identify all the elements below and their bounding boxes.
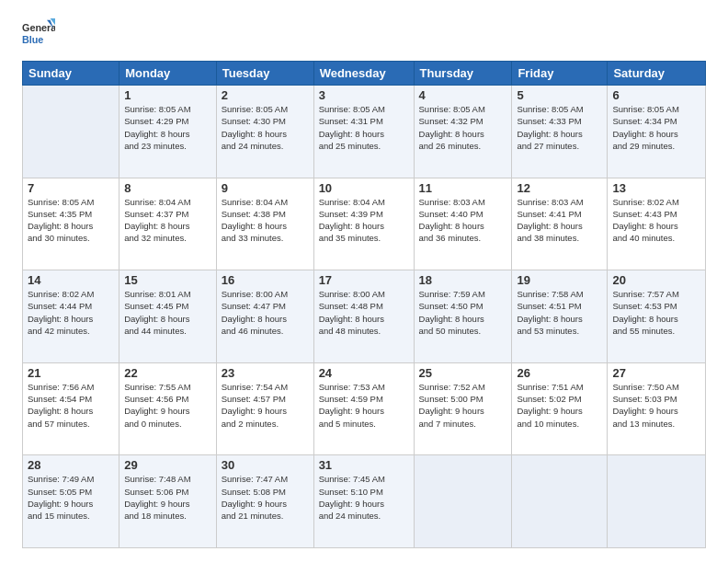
- day-number: 16: [222, 273, 309, 287]
- week-row-4: 21Sunrise: 7:56 AM Sunset: 4:54 PM Dayli…: [23, 362, 706, 455]
- day-number: 28: [28, 458, 114, 472]
- calendar-cell: 7Sunrise: 8:05 AM Sunset: 4:35 PM Daylig…: [23, 178, 119, 270]
- day-number: 6: [612, 88, 700, 102]
- calendar-cell: 16Sunrise: 8:00 AM Sunset: 4:47 PM Dayli…: [216, 270, 313, 363]
- weekday-header-saturday: Saturday: [608, 62, 706, 86]
- header: General Blue: [22, 18, 706, 52]
- day-info: Sunrise: 8:00 AM Sunset: 4:47 PM Dayligh…: [222, 288, 309, 337]
- day-number: 3: [319, 88, 409, 102]
- day-number: 24: [319, 366, 409, 380]
- week-row-3: 14Sunrise: 8:02 AM Sunset: 4:44 PM Dayli…: [23, 270, 706, 363]
- calendar-cell: 20Sunrise: 7:57 AM Sunset: 4:53 PM Dayli…: [608, 270, 706, 363]
- day-info: Sunrise: 7:50 AM Sunset: 5:03 PM Dayligh…: [612, 381, 700, 430]
- calendar-cell: 21Sunrise: 7:56 AM Sunset: 4:54 PM Dayli…: [23, 362, 119, 455]
- day-info: Sunrise: 8:04 AM Sunset: 4:39 PM Dayligh…: [319, 196, 409, 245]
- day-info: Sunrise: 7:45 AM Sunset: 5:10 PM Dayligh…: [319, 473, 409, 522]
- day-info: Sunrise: 8:03 AM Sunset: 4:40 PM Dayligh…: [419, 196, 507, 245]
- calendar-cell: 12Sunrise: 8:03 AM Sunset: 4:41 PM Dayli…: [512, 178, 608, 270]
- day-info: Sunrise: 8:05 AM Sunset: 4:31 PM Dayligh…: [319, 103, 409, 152]
- calendar-cell: 26Sunrise: 7:51 AM Sunset: 5:02 PM Dayli…: [512, 362, 608, 455]
- day-number: 1: [124, 88, 211, 102]
- weekday-header-wednesday: Wednesday: [313, 62, 414, 86]
- logo-icon: General Blue: [22, 18, 55, 52]
- calendar-cell: 1Sunrise: 8:05 AM Sunset: 4:29 PM Daylig…: [119, 86, 217, 178]
- calendar-cell: 15Sunrise: 8:01 AM Sunset: 4:45 PM Dayli…: [119, 270, 217, 363]
- day-number: 8: [124, 181, 211, 195]
- weekday-header-tuesday: Tuesday: [216, 62, 313, 86]
- day-info: Sunrise: 7:56 AM Sunset: 4:54 PM Dayligh…: [28, 381, 114, 430]
- calendar-cell: 10Sunrise: 8:04 AM Sunset: 4:39 PM Dayli…: [313, 178, 414, 270]
- calendar-cell: 3Sunrise: 8:05 AM Sunset: 4:31 PM Daylig…: [313, 86, 414, 178]
- calendar-cell: 18Sunrise: 7:59 AM Sunset: 4:50 PM Dayli…: [414, 270, 512, 363]
- calendar-cell: 31Sunrise: 7:45 AM Sunset: 5:10 PM Dayli…: [313, 455, 414, 548]
- week-row-1: 1Sunrise: 8:05 AM Sunset: 4:29 PM Daylig…: [23, 86, 706, 178]
- calendar-cell: 2Sunrise: 8:05 AM Sunset: 4:30 PM Daylig…: [216, 86, 313, 178]
- day-info: Sunrise: 7:53 AM Sunset: 4:59 PM Dayligh…: [319, 381, 409, 430]
- calendar-cell: 4Sunrise: 8:05 AM Sunset: 4:32 PM Daylig…: [414, 86, 512, 178]
- day-number: 21: [28, 366, 114, 380]
- weekday-header-friday: Friday: [512, 62, 608, 86]
- week-row-2: 7Sunrise: 8:05 AM Sunset: 4:35 PM Daylig…: [23, 178, 706, 270]
- day-number: 30: [222, 458, 309, 472]
- day-number: 13: [612, 181, 700, 195]
- calendar-cell: 11Sunrise: 8:03 AM Sunset: 4:40 PM Dayli…: [414, 178, 512, 270]
- day-number: 26: [517, 366, 602, 380]
- weekday-header-sunday: Sunday: [23, 62, 119, 86]
- calendar-cell: [608, 455, 706, 548]
- calendar-cell: 13Sunrise: 8:02 AM Sunset: 4:43 PM Dayli…: [608, 178, 706, 270]
- day-info: Sunrise: 8:05 AM Sunset: 4:34 PM Dayligh…: [612, 103, 700, 152]
- calendar-cell: 19Sunrise: 7:58 AM Sunset: 4:51 PM Dayli…: [512, 270, 608, 363]
- day-info: Sunrise: 8:05 AM Sunset: 4:29 PM Dayligh…: [124, 103, 211, 152]
- day-info: Sunrise: 8:03 AM Sunset: 4:41 PM Dayligh…: [517, 196, 602, 245]
- calendar-cell: 6Sunrise: 8:05 AM Sunset: 4:34 PM Daylig…: [608, 86, 706, 178]
- day-number: 27: [612, 366, 700, 380]
- day-info: Sunrise: 8:00 AM Sunset: 4:48 PM Dayligh…: [319, 288, 409, 337]
- calendar-cell: [414, 455, 512, 548]
- day-number: 25: [419, 366, 507, 380]
- day-number: 11: [419, 181, 507, 195]
- calendar-cell: 5Sunrise: 8:05 AM Sunset: 4:33 PM Daylig…: [512, 86, 608, 178]
- calendar-cell: 27Sunrise: 7:50 AM Sunset: 5:03 PM Dayli…: [608, 362, 706, 455]
- day-info: Sunrise: 7:57 AM Sunset: 4:53 PM Dayligh…: [612, 288, 700, 337]
- calendar-cell: 30Sunrise: 7:47 AM Sunset: 5:08 PM Dayli…: [216, 455, 313, 548]
- day-number: 9: [222, 181, 309, 195]
- calendar-cell: 17Sunrise: 8:00 AM Sunset: 4:48 PM Dayli…: [313, 270, 414, 363]
- weekday-header-thursday: Thursday: [414, 62, 512, 86]
- calendar-cell: 28Sunrise: 7:49 AM Sunset: 5:05 PM Dayli…: [23, 455, 119, 548]
- day-number: 10: [319, 181, 409, 195]
- day-info: Sunrise: 7:49 AM Sunset: 5:05 PM Dayligh…: [28, 473, 114, 522]
- calendar-cell: 24Sunrise: 7:53 AM Sunset: 4:59 PM Dayli…: [313, 362, 414, 455]
- day-info: Sunrise: 7:55 AM Sunset: 4:56 PM Dayligh…: [124, 381, 211, 430]
- day-info: Sunrise: 8:04 AM Sunset: 4:37 PM Dayligh…: [124, 196, 211, 245]
- day-info: Sunrise: 8:02 AM Sunset: 4:44 PM Dayligh…: [28, 288, 114, 337]
- day-number: 29: [124, 458, 211, 472]
- weekday-header-monday: Monday: [119, 62, 217, 86]
- day-number: 31: [319, 458, 409, 472]
- day-info: Sunrise: 8:05 AM Sunset: 4:32 PM Dayligh…: [419, 103, 507, 152]
- calendar-cell: [23, 86, 119, 178]
- day-info: Sunrise: 7:59 AM Sunset: 4:50 PM Dayligh…: [419, 288, 507, 337]
- calendar-cell: 22Sunrise: 7:55 AM Sunset: 4:56 PM Dayli…: [119, 362, 217, 455]
- day-number: 17: [319, 273, 409, 287]
- day-info: Sunrise: 8:04 AM Sunset: 4:38 PM Dayligh…: [222, 196, 309, 245]
- day-number: 18: [419, 273, 507, 287]
- day-info: Sunrise: 7:52 AM Sunset: 5:00 PM Dayligh…: [419, 381, 507, 430]
- calendar-cell: 8Sunrise: 8:04 AM Sunset: 4:37 PM Daylig…: [119, 178, 217, 270]
- day-info: Sunrise: 8:02 AM Sunset: 4:43 PM Dayligh…: [612, 196, 700, 245]
- day-info: Sunrise: 7:54 AM Sunset: 4:57 PM Dayligh…: [222, 381, 309, 430]
- calendar-table: SundayMondayTuesdayWednesdayThursdayFrid…: [22, 61, 706, 548]
- day-number: 23: [222, 366, 309, 380]
- calendar-cell: 14Sunrise: 8:02 AM Sunset: 4:44 PM Dayli…: [23, 270, 119, 363]
- calendar-cell: 29Sunrise: 7:48 AM Sunset: 5:06 PM Dayli…: [119, 455, 217, 548]
- calendar-cell: 25Sunrise: 7:52 AM Sunset: 5:00 PM Dayli…: [414, 362, 512, 455]
- calendar-cell: [512, 455, 608, 548]
- day-info: Sunrise: 7:47 AM Sunset: 5:08 PM Dayligh…: [222, 473, 309, 522]
- weekday-header-row: SundayMondayTuesdayWednesdayThursdayFrid…: [23, 62, 706, 86]
- day-number: 22: [124, 366, 211, 380]
- day-number: 12: [517, 181, 602, 195]
- day-info: Sunrise: 7:58 AM Sunset: 4:51 PM Dayligh…: [517, 288, 602, 337]
- day-info: Sunrise: 7:48 AM Sunset: 5:06 PM Dayligh…: [124, 473, 211, 522]
- logo: General Blue: [22, 18, 55, 52]
- week-row-5: 28Sunrise: 7:49 AM Sunset: 5:05 PM Dayli…: [23, 455, 706, 548]
- day-info: Sunrise: 8:01 AM Sunset: 4:45 PM Dayligh…: [124, 288, 211, 337]
